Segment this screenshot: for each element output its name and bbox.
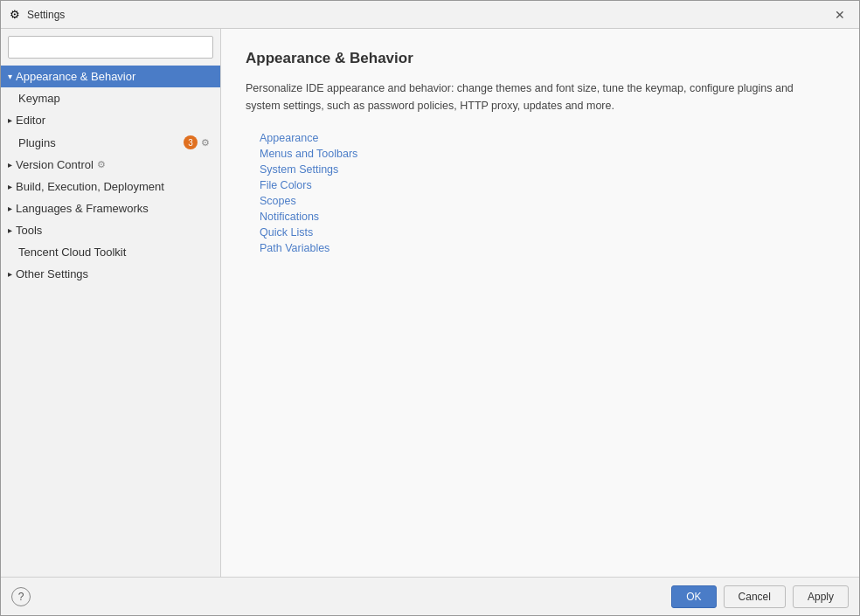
arrow-icon: ▸ <box>8 182 12 191</box>
page-title: Appearance & Behavior <box>246 50 835 67</box>
link-file-colors[interactable]: File Colors <box>260 179 835 191</box>
sidebar-item-label: Tencent Cloud Toolkit <box>18 246 126 259</box>
arrow-icon: ▸ <box>8 204 12 213</box>
cancel-button[interactable]: Cancel <box>724 585 786 608</box>
sidebar-item-label: Tools <box>16 224 42 237</box>
sidebar-item-editor[interactable]: ▸Editor <box>1 109 220 131</box>
config-icon: ⚙ <box>201 137 210 149</box>
link-list: AppearanceMenus and ToolbarsSystem Setti… <box>260 132 835 254</box>
link-scopes[interactable]: Scopes <box>260 195 835 207</box>
search-input[interactable] <box>14 41 207 53</box>
help-button[interactable]: ? <box>11 587 31 606</box>
main-panel: Appearance & Behavior Personalize IDE ap… <box>221 29 859 577</box>
sidebar-item-tencent-cloud[interactable]: Tencent Cloud Toolkit <box>1 241 220 263</box>
page-description: Personalize IDE appearance and behavior:… <box>246 80 805 114</box>
apply-button[interactable]: Apply <box>793 585 849 608</box>
window-title: Settings <box>27 9 828 21</box>
arrow-icon: ▸ <box>8 269 12 279</box>
sidebar-item-other-settings[interactable]: ▸Other Settings <box>1 263 220 285</box>
sidebar-item-build-execution[interactable]: ▸Build, Execution, Deployment <box>1 176 220 197</box>
window-icon: ⚙ <box>8 8 22 22</box>
sidebar-item-label: Version Control <box>16 158 94 171</box>
config-icon: ⚙ <box>97 159 106 170</box>
sidebar-item-label: Editor <box>16 114 45 127</box>
arrow-icon: ▾ <box>8 72 12 81</box>
link-appearance[interactable]: Appearance <box>260 132 835 144</box>
footer: ? OK Cancel Apply <box>1 577 859 615</box>
sidebar-item-plugins[interactable]: Plugins3⚙ <box>1 131 220 154</box>
link-notifications[interactable]: Notifications <box>260 211 835 223</box>
sidebar-item-label: Build, Execution, Deployment <box>16 180 164 193</box>
badge: 3 <box>184 135 198 149</box>
sidebar-item-label: Keymap <box>18 92 60 105</box>
ok-button[interactable]: OK <box>671 585 716 608</box>
sidebar-item-label: Other Settings <box>16 267 88 280</box>
sidebar: ▾Appearance & BehaviorKeymap▸EditorPlugi… <box>1 29 221 577</box>
title-bar: ⚙ Settings ✕ <box>1 1 859 29</box>
settings-window: ⚙ Settings ✕ ▾Appearance & BehaviorKeyma… <box>0 0 860 616</box>
sidebar-item-version-control[interactable]: ▸Version Control⚙ <box>1 154 220 176</box>
link-system-settings[interactable]: System Settings <box>260 163 835 176</box>
nav-list: ▾Appearance & BehaviorKeymap▸EditorPlugi… <box>1 66 220 285</box>
close-button[interactable]: ✕ <box>828 3 852 27</box>
sidebar-item-tools[interactable]: ▸Tools <box>1 219 220 241</box>
link-quick-lists[interactable]: Quick Lists <box>260 226 835 239</box>
search-box[interactable] <box>8 36 213 59</box>
arrow-icon: ▸ <box>8 225 12 235</box>
sidebar-item-languages-frameworks[interactable]: ▸Languages & Frameworks <box>1 197 220 219</box>
arrow-icon: ▸ <box>8 115 12 125</box>
sidebar-item-keymap[interactable]: Keymap <box>1 87 220 109</box>
sidebar-item-label: Appearance & Behavior <box>16 70 135 83</box>
footer-buttons: OK Cancel Apply <box>671 585 849 608</box>
link-menus-toolbars[interactable]: Menus and Toolbars <box>260 148 835 160</box>
sidebar-item-appearance-behavior[interactable]: ▾Appearance & Behavior <box>1 66 220 87</box>
sidebar-item-label: Languages & Frameworks <box>16 202 149 215</box>
content-area: ▾Appearance & BehaviorKeymap▸EditorPlugi… <box>1 29 859 577</box>
link-path-variables[interactable]: Path Variables <box>260 242 835 254</box>
arrow-icon: ▸ <box>8 160 12 170</box>
sidebar-item-label: Plugins <box>18 136 56 149</box>
